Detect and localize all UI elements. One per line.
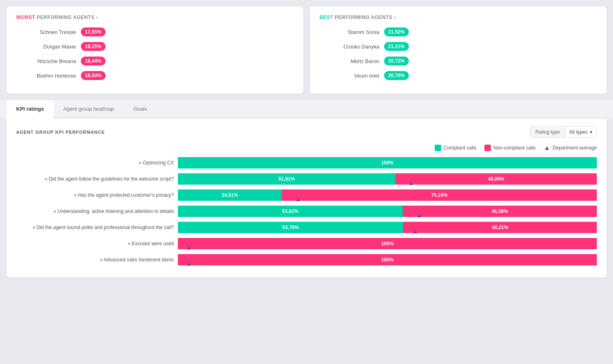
worst-agent-row: Boehm Hortense 18,54% (16, 71, 294, 80)
noncompliant-bar: 100% (178, 238, 597, 249)
agent-name: Mertz Baron (319, 58, 384, 64)
agent-badge: 18,54% (81, 71, 106, 80)
compliant-bar: 53,62% (178, 206, 403, 217)
worst-agent-row: Nitzsche Breana 18,44% (16, 57, 294, 65)
worst-panel-title[interactable]: WORST PERFORMING AGENTS › (16, 15, 294, 20)
legend-noncompliant: Non-compliant calls (484, 145, 536, 151)
agent-name: Durgan Maxie (16, 44, 81, 50)
chart-bar-container: 51,91%48,09%▲ (178, 173, 597, 185)
chart-row: » Did the agent sound polite and profess… (16, 221, 597, 234)
tab-agent-group-heatmap[interactable]: Agent group heatmap (54, 100, 124, 118)
top-section: WORST PERFORMING AGENTS › Schoen Tressie… (0, 0, 613, 100)
chart-row-label: » Did the agent follow the guidelines fo… (16, 176, 178, 182)
section-header: AGENT GROUP KPI PERFORMANCE Rating type … (16, 126, 597, 138)
chart-row-label: » Excuses were used (16, 241, 178, 246)
chart-bar-container: 53,79%46,21%▲ (178, 222, 597, 233)
best-agent-row: Mertz Baron 20,72% (319, 57, 597, 65)
chart-row: » Has the agent protected customer's pri… (16, 189, 597, 202)
agent-badge: 18,25% (81, 42, 106, 51)
tab-kpi-ratings[interactable]: KPI ratings (6, 100, 54, 118)
agent-badge: 21,21% (384, 42, 409, 51)
tab-goals[interactable]: Goals (124, 100, 157, 118)
agent-badge: 20,72% (384, 57, 409, 65)
agent-badge: 18,44% (81, 57, 106, 65)
dept-avg-arrow-icon: ▲ (544, 144, 550, 151)
worst-title-rest: PERFORMING AGENTS › (37, 15, 98, 20)
agent-badge: 20,70% (384, 71, 409, 80)
compliant-bar: 100% (178, 157, 597, 168)
agent-name: Crooks Danyka (319, 44, 384, 50)
worst-agent-row: Schoen Tressie 17,55% (16, 27, 294, 36)
noncompliant-bar: 46,38% (403, 206, 597, 217)
chart-row-label: » Understanding, active listening and at… (16, 208, 178, 214)
best-agent-row: Stamm Sonia 21,52% (319, 27, 597, 36)
chart-row-label: » Advanced rules Sentiment demo (16, 257, 178, 263)
agent-name: Veum Ariel (319, 73, 384, 79)
noncompliant-bar: 48,09% (395, 173, 597, 185)
agent-badge: 21,52% (384, 27, 409, 36)
compliant-dot (435, 145, 441, 151)
chart-row: » Excuses were used100%▲ (16, 237, 597, 250)
best-title-rest: PERFORMING AGENTS › (335, 15, 396, 20)
best-performing-panel: BEST PERFORMING AGENTS › Stamm Sonia 21,… (310, 6, 607, 94)
agent-name: Nitzsche Breana (16, 58, 81, 64)
section-title: AGENT GROUP KPI PERFORMANCE (16, 130, 105, 135)
best-agent-row: Veum Ariel 20,70% (319, 71, 597, 80)
agent-badge: 17,55% (81, 27, 106, 36)
chart-area: » Optimizing CX100%» Did the agent follo… (16, 156, 597, 266)
compliant-bar: 51,91% (178, 173, 395, 185)
tabs-section: KPI ratings Agent group heatmap Goals (0, 100, 613, 118)
worst-performing-panel: WORST PERFORMING AGENTS › Schoen Tressie… (6, 6, 303, 94)
dept-avg-arrow-icon: ▲ (417, 212, 423, 219)
agent-name: Boehm Hortense (16, 73, 81, 79)
chart-bar-container: 100%▲ (178, 254, 597, 265)
tabs-bar: KPI ratings Agent group heatmap Goals (6, 100, 607, 118)
rating-type-select[interactable]: All types ▾ (565, 127, 596, 137)
chart-bar-container: 53,62%46,38%▲ (178, 206, 597, 217)
rating-type-label: Rating type (531, 127, 565, 137)
chart-row: » Advanced rules Sentiment demo100%▲ (16, 253, 597, 266)
chart-bar-container: 100% (178, 157, 597, 168)
chart-legend: Compliant calls Non-compliant calls ▲ De… (16, 144, 597, 151)
dept-avg-arrow-icon: ▲ (186, 244, 192, 251)
legend-compliant: Compliant calls (435, 145, 476, 151)
chart-row: » Did the agent follow the guidelines fo… (16, 173, 597, 185)
chart-bar-container: 24,81%75,19%▲ (178, 189, 597, 201)
legend-dept-avg: ▲ Department average (544, 144, 597, 151)
noncompliant-dot (484, 145, 491, 151)
chart-row-label: » Optimizing CX (16, 160, 178, 166)
best-highlight: BEST (319, 15, 333, 20)
worst-agent-row: Durgan Maxie 18,25% (16, 42, 294, 51)
rating-type-value: All types (569, 129, 588, 135)
best-panel-title[interactable]: BEST PERFORMING AGENTS › (319, 15, 597, 20)
rating-type-control[interactable]: Rating type All types ▾ (530, 126, 597, 138)
noncompliant-bar: 46,21% (403, 222, 597, 233)
worst-agents-list: Schoen Tressie 17,55% Durgan Maxie 18,25… (16, 27, 294, 80)
dept-avg-label: Department average (553, 145, 597, 151)
dept-avg-arrow-icon: ▲ (186, 261, 192, 267)
best-agent-row: Crooks Danyka 21,21% (319, 42, 597, 51)
noncompliant-label: Non-compliant calls (493, 145, 536, 151)
chart-row: » Understanding, active listening and at… (16, 205, 597, 218)
dept-avg-arrow-icon: ▲ (408, 180, 414, 186)
noncompliant-bar: 100% (178, 254, 597, 265)
best-agents-list: Stamm Sonia 21,52% Crooks Danyka 21,21% … (319, 27, 597, 80)
noncompliant-bar: 75,19% (282, 189, 597, 201)
chart-row-label: » Has the agent protected customer's pri… (16, 192, 178, 198)
compliant-label: Compliant calls (444, 145, 476, 151)
chart-bar-container: 100%▲ (178, 238, 597, 249)
compliant-bar: 53,79% (178, 222, 403, 233)
worst-highlight: WORST (16, 15, 35, 20)
chevron-down-icon: ▾ (590, 129, 592, 135)
main-content: AGENT GROUP KPI PERFORMANCE Rating type … (6, 118, 607, 278)
agent-name: Schoen Tressie (16, 29, 81, 35)
agent-name: Stamm Sonia (319, 29, 384, 35)
chart-row-label: » Did the agent sound polite and profess… (16, 225, 178, 230)
dept-avg-arrow-icon: ▲ (295, 196, 301, 202)
dept-avg-arrow-icon: ▲ (412, 228, 418, 235)
chart-row: » Optimizing CX100% (16, 156, 597, 169)
compliant-bar: 24,81% (178, 189, 282, 201)
